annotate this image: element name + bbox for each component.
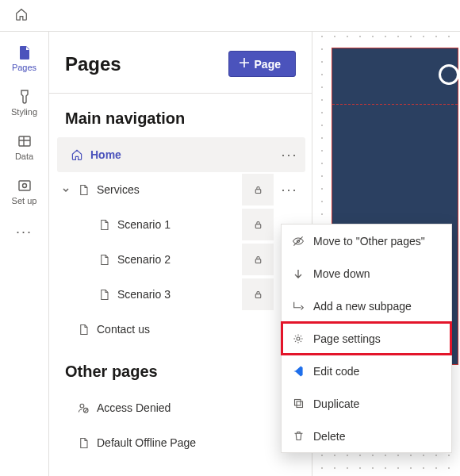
ctx-edit-code[interactable]: Edit code: [282, 355, 451, 387]
svg-rect-1: [19, 181, 30, 190]
tree-scenario3-label: Scenario 3: [113, 288, 242, 301]
tree-access-denied-label: Access Denied: [92, 401, 305, 414]
tree-home-label: Home: [86, 148, 274, 161]
svg-rect-6: [255, 294, 261, 298]
ctx-delete-label: Delete: [313, 430, 345, 443]
canvas-logo-circle: [439, 64, 459, 85]
svg-rect-3: [255, 189, 261, 193]
tree-offline[interactable]: Default Offline Page: [57, 425, 305, 460]
title-bar: [0, 0, 460, 32]
ctx-duplicate-label: Duplicate: [313, 397, 359, 410]
svg-rect-11: [294, 400, 301, 406]
rail-setup-label: Set up: [12, 196, 37, 205]
lock-icon: [242, 174, 274, 205]
lock-icon: [242, 278, 274, 310]
home-icon[interactable]: [14, 7, 29, 24]
ctx-move-down-label: Move down: [313, 267, 370, 280]
ctx-move-other[interactable]: Move to "Other pages": [282, 225, 451, 257]
ctx-move-other-label: Move to "Other pages": [313, 235, 425, 248]
rail-more[interactable]: ···: [3, 216, 46, 248]
ctx-add-subpage-label: Add a new subpage: [313, 300, 412, 313]
svg-rect-0: [19, 136, 30, 146]
tree-contact-label: Contact us: [92, 323, 305, 336]
tree-services-menu[interactable]: ···: [274, 174, 305, 205]
arrow-down-icon: [291, 268, 305, 279]
subpage-icon: [291, 300, 305, 313]
page-icon: [75, 184, 92, 196]
rail-pages[interactable]: Pages: [3, 38, 46, 78]
plus-icon: [239, 57, 250, 71]
panel-title: Pages: [65, 53, 121, 75]
ellipsis-icon: ···: [16, 224, 33, 240]
svg-point-7: [80, 404, 84, 408]
tree-contact[interactable]: Contact us: [57, 312, 305, 347]
rail-pages-label: Pages: [12, 63, 36, 72]
rail-setup[interactable]: Set up: [3, 171, 46, 211]
gear-icon: [291, 332, 305, 345]
tree-access-denied[interactable]: Access Denied: [57, 390, 305, 425]
ctx-delete[interactable]: Delete: [282, 420, 451, 452]
left-rail: Pages Styling Data Set up ···: [0, 32, 49, 476]
ctx-page-settings-label: Page settings: [313, 332, 381, 345]
lock-icon: [242, 209, 274, 240]
tree-services-label: Services: [92, 183, 242, 196]
page-icon: [95, 219, 113, 231]
other-pages-heading: Other pages: [49, 347, 312, 390]
svg-point-10: [297, 337, 300, 340]
person-denied-icon: [75, 401, 92, 414]
pages-panel: Pages Page Main navigation Home ···: [49, 32, 312, 476]
svg-rect-5: [255, 259, 261, 263]
lock-icon: [242, 244, 274, 275]
add-page-button[interactable]: Page: [228, 51, 296, 77]
rail-data-label: Data: [15, 152, 33, 161]
svg-point-2: [22, 183, 26, 187]
tree-services[interactable]: Services ···: [57, 172, 305, 207]
rail-styling-label: Styling: [11, 107, 37, 117]
duplicate-icon: [291, 397, 305, 409]
add-page-label: Page: [255, 58, 281, 71]
home-icon: [68, 148, 86, 161]
page-icon: [95, 254, 113, 266]
svg-rect-4: [255, 224, 261, 228]
context-menu: Move to "Other pages" Move down Add a ne…: [281, 224, 452, 453]
ctx-edit-code-label: Edit code: [313, 365, 359, 378]
trash-icon: [291, 430, 305, 442]
tree-home-menu[interactable]: ···: [274, 139, 305, 171]
ctx-add-subpage[interactable]: Add a new subpage: [282, 290, 451, 322]
svg-rect-12: [297, 401, 303, 408]
main-nav-tree: Home ··· Services ···: [49, 137, 312, 347]
eye-off-icon: [291, 235, 305, 248]
main-nav-heading: Main navigation: [49, 94, 312, 137]
tree-scenario3[interactable]: Scenario 3 ···: [57, 277, 305, 312]
other-pages-tree: Access Denied Default Offline Page: [49, 390, 312, 460]
page-icon: [95, 289, 113, 301]
tree-scenario1[interactable]: Scenario 1 ···: [57, 207, 305, 242]
tree-scenario1-label: Scenario 1: [113, 218, 242, 231]
tree-scenario2[interactable]: Scenario 2 ···: [57, 242, 305, 277]
panel-header: Pages Page: [49, 32, 312, 94]
page-icon: [75, 437, 92, 449]
tree-scenario2-label: Scenario 2: [113, 253, 242, 266]
vscode-icon: [291, 365, 305, 378]
tree-home[interactable]: Home ···: [57, 137, 305, 172]
rail-data[interactable]: Data: [3, 127, 46, 167]
ctx-move-down[interactable]: Move down: [282, 257, 451, 290]
ctx-duplicate[interactable]: Duplicate: [282, 387, 451, 420]
ctx-page-settings[interactable]: Page settings: [282, 322, 451, 355]
rail-styling[interactable]: Styling: [3, 83, 46, 122]
page-icon: [75, 324, 92, 336]
chevron-down-icon[interactable]: [57, 185, 75, 194]
tree-offline-label: Default Offline Page: [92, 436, 305, 449]
